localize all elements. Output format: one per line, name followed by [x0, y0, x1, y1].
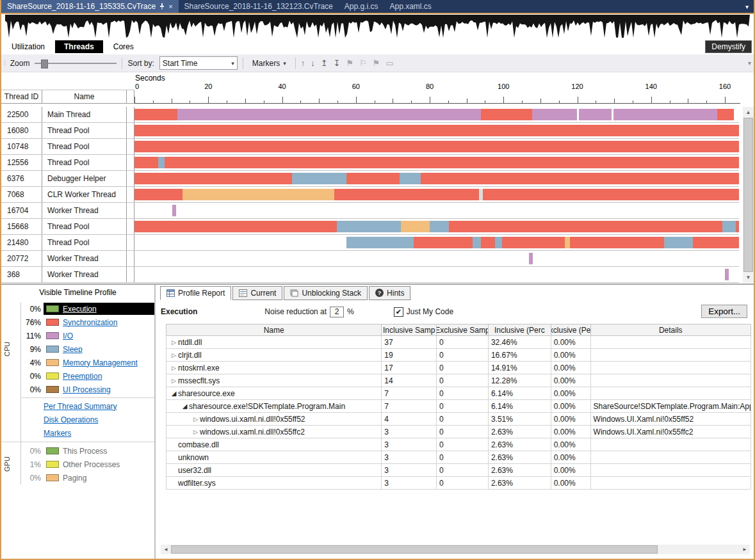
- grid-row[interactable]: ▷clrjit.dll19016.67%0.00%: [166, 349, 751, 362]
- expand-icon[interactable]: ▷: [170, 365, 178, 371]
- toolbar-overflow-icon[interactable]: ▾: [748, 60, 751, 67]
- document-tab[interactable]: App.xaml.cs: [384, 0, 437, 13]
- legend-label[interactable]: Execution: [63, 305, 97, 314]
- thread-name-cell[interactable]: Worker Thread: [42, 251, 127, 266]
- timeline-segment-memory[interactable]: [565, 237, 570, 248]
- move-to-top-icon[interactable]: ↥: [321, 58, 328, 68]
- export-button[interactable]: Export...: [701, 305, 747, 318]
- thread-id-cell[interactable]: 20772: [1, 251, 42, 266]
- thread-track[interactable]: [134, 267, 739, 282]
- thread-name-cell[interactable]: Worker Thread: [42, 267, 127, 282]
- timeline-segment-synchronization[interactable]: [502, 237, 565, 248]
- grid-name-cell[interactable]: ▷windows.ui.xaml.ni.dll!0x55ffc2: [166, 426, 382, 438]
- legend-row-main[interactable]: I/O: [44, 330, 154, 342]
- thread-track[interactable]: [134, 187, 739, 202]
- legend-row-execution[interactable]: 0%Execution: [1, 302, 154, 316]
- close-icon[interactable]: ×: [168, 3, 172, 10]
- legend-label[interactable]: I/O: [63, 332, 73, 340]
- legend-label[interactable]: Preemption: [63, 372, 102, 381]
- scroll-left-icon[interactable]: ◄: [161, 545, 171, 554]
- legend-row-synchronization[interactable]: 76%Synchronization: [1, 316, 154, 329]
- legend-row-ui-processing[interactable]: 0%UI Processing: [1, 383, 154, 396]
- legend-row-memory-management[interactable]: 4%Memory Management: [1, 356, 154, 369]
- thread-name-cell[interactable]: Thread Pool: [42, 235, 127, 250]
- grid-column-header[interactable]: Inclusive Samp: [382, 324, 437, 335]
- timeline-segment-synchronization[interactable]: [481, 109, 532, 120]
- expand-icon[interactable]: ▷: [170, 339, 178, 346]
- legend-row-main[interactable]: Preemption: [44, 370, 154, 382]
- view-tab-cores[interactable]: Cores: [104, 40, 143, 53]
- scroll-right-icon[interactable]: ►: [740, 545, 750, 554]
- timeline-segment-synchronization[interactable]: [334, 189, 480, 200]
- timeline-segment-synchronization[interactable]: [134, 173, 292, 184]
- just-my-code-checkbox[interactable]: ✔: [394, 307, 403, 317]
- grid-row[interactable]: ◢sharesource.exe706.14%0.00%: [166, 387, 751, 400]
- grid-row[interactable]: ▷windows.ui.xaml.ni.dll!0x55ffc2302.63%0…: [166, 426, 751, 438]
- timeline-segment-sleep[interactable]: [346, 237, 414, 248]
- link-per-thread-summary[interactable]: Per Thread Summary: [1, 399, 154, 413]
- timeline-segment-sleep[interactable]: [495, 237, 502, 248]
- thread-name-cell[interactable]: Thread Pool: [42, 123, 127, 138]
- timeline-segment-sleep[interactable]: [473, 237, 481, 248]
- thread-track[interactable]: [134, 107, 739, 122]
- timeline-segment-memory[interactable]: [183, 189, 334, 200]
- collapse-icon[interactable]: ◢: [181, 403, 189, 410]
- legend-row-i-o[interactable]: 11%I/O: [1, 329, 154, 342]
- legend-row-main[interactable]: Execution: [44, 303, 154, 315]
- legend-label[interactable]: Memory Management: [63, 358, 138, 367]
- grid-row[interactable]: user32.dll302.63%0.00%: [166, 464, 751, 477]
- thread-name-cell[interactable]: Thread Pool: [42, 155, 127, 170]
- timeline-segment-io[interactable]: [613, 109, 717, 120]
- collapse-icon[interactable]: ◢: [170, 390, 178, 397]
- grid-row[interactable]: ▷mssecflt.sys14012.28%0.00%: [166, 374, 751, 387]
- timeline-segment-io[interactable]: [532, 109, 577, 120]
- grid-name-cell[interactable]: combase.dll: [166, 438, 382, 451]
- view-tab-threads[interactable]: Threads: [55, 40, 103, 53]
- timeline-segment-synchronization[interactable]: [134, 189, 183, 200]
- ruler-icon[interactable]: ▭: [386, 58, 393, 68]
- zoom-slider-thumb[interactable]: [41, 60, 48, 68]
- demystify-button[interactable]: Demystify: [705, 40, 752, 53]
- timeline-segment-io[interactable]: [172, 205, 176, 216]
- legend-label[interactable]: Synchronization: [63, 318, 117, 327]
- timeline-segment-io[interactable]: [725, 269, 729, 280]
- grid-name-cell[interactable]: unknown: [166, 451, 382, 463]
- timeline-segment-io[interactable]: [177, 109, 481, 120]
- thread-track[interactable]: [134, 123, 739, 138]
- grid-row[interactable]: ▷ntdll.dll37032.46%0.00%: [166, 336, 751, 349]
- report-tab-hints[interactable]: ?Hints: [369, 286, 410, 300]
- markers-dropdown[interactable]: Markers ▾: [248, 58, 290, 69]
- legend-row-main[interactable]: Sleep: [44, 343, 154, 355]
- thread-track[interactable]: [134, 251, 739, 266]
- timeline-segment-synchronization[interactable]: [717, 109, 734, 120]
- pin-icon[interactable]: [159, 3, 165, 10]
- thread-name-cell[interactable]: CLR Worker Thread: [42, 187, 127, 202]
- timeline-segment-synchronization[interactable]: [134, 141, 739, 152]
- grid-column-header[interactable]: Exclusive (Perc: [551, 324, 591, 335]
- legend-row-main[interactable]: Memory Management: [44, 356, 154, 369]
- timeline-segment-synchronization[interactable]: [570, 237, 664, 248]
- grid-name-cell[interactable]: user32.dll: [166, 464, 382, 476]
- legend-label[interactable]: Sleep: [63, 345, 83, 354]
- expand-icon[interactable]: ▷: [170, 352, 178, 358]
- grid-row[interactable]: ◢sharesource.exe!SDKTemplate.Program.Mai…: [166, 400, 751, 413]
- timeline-segment-sleep[interactable]: [337, 221, 401, 232]
- timeline-segment-sleep[interactable]: [400, 173, 420, 184]
- scroll-up-icon[interactable]: ▲: [743, 107, 754, 118]
- timeline-segment-synchronization[interactable]: [481, 237, 495, 248]
- thread-id-cell[interactable]: 6376: [1, 171, 42, 186]
- legend-row-main[interactable]: Synchronization: [44, 316, 154, 328]
- timeline-segment-synchronization[interactable]: [134, 157, 158, 168]
- timeline-segment-synchronization[interactable]: [414, 237, 473, 248]
- grid-row[interactable]: unknown302.63%0.00%: [166, 451, 751, 464]
- link-disk-operations[interactable]: Disk Operations: [1, 413, 154, 426]
- grid-name-cell[interactable]: ▷windows.ui.xaml.ni.dll!0x55ff52: [166, 413, 382, 425]
- thread-id-column-header[interactable]: Thread ID: [1, 90, 42, 103]
- report-tab-unblocking-stack[interactable]: Unblocking Stack: [284, 286, 368, 300]
- thread-id-cell[interactable]: 10748: [1, 139, 42, 154]
- grid-column-header[interactable]: Details: [591, 324, 751, 335]
- thread-track[interactable]: [134, 219, 739, 234]
- timeline-segment-synchronization[interactable]: [449, 221, 722, 232]
- timeline-vertical-scrollbar[interactable]: ▲ ▼: [743, 107, 754, 283]
- grid-column-header[interactable]: Name: [166, 324, 382, 335]
